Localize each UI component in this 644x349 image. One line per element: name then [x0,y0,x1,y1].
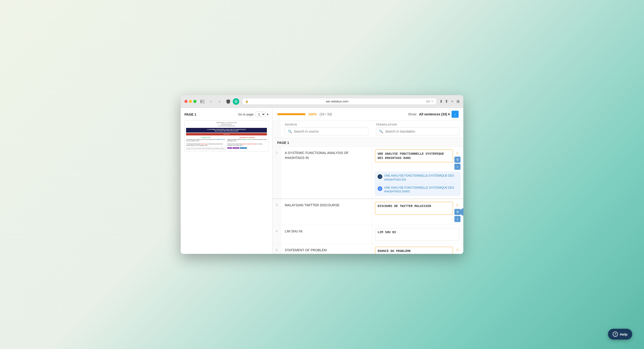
row-number-5: 5 [272,244,281,254]
source-search-wrap: 🔍 [285,128,368,136]
sidebar-toggle-button[interactable] [199,99,206,104]
suggestion-item-google[interactable]: G UNE ANALYSE FONCTIONNELLE SYSTEMIQUE D… [375,184,460,196]
translation-cell-inner-4: LIM SHU NI [375,228,460,241]
top-bar: 100% (33 / 33) Show: All sentences (33) … [272,108,463,121]
svg-rect-3 [202,103,205,103]
progress-percent: 100% [308,112,317,116]
translation-cell-inner-2: UNE ANALYSE FONCTIONNELLE SYSTEMIQUE DES… [375,150,460,170]
translation-input-3[interactable]: DISCOURS DE TWITTER MALAISIEN [375,202,453,214]
translation-cell-3: DISCOURS DE TWITTER MALAISIEN ⚠ ⧉ + [372,199,463,225]
suggestions-area-2: D UNE ANALYSE FONCTIONNELLE SYSTÉMIQUE D… [375,172,460,196]
goto-page: Go to page: 1 2 ▾ [238,112,268,117]
translation-actions-2: ⚠ ⧉ + [454,150,460,170]
svg-rect-1 [202,100,205,100]
copy-button-3[interactable]: ⧉ [454,209,460,215]
warning-button-2[interactable]: ⚠ [454,150,460,156]
row-number-3: 3 [272,199,281,225]
forward-button[interactable]: › [216,98,223,105]
filter-icon: ↓ [454,112,456,116]
page-section-header: PAGE 1 [272,138,463,147]
progress-count: (33 / 33) [320,112,332,116]
filter-button[interactable]: ↓ [452,111,458,118]
row-number-4: 4 [272,225,281,244]
table-row: 5 STATEMENT OF PROBLEM ÉNONCÉ DU PROBLÈM… [272,244,463,254]
translation-search-wrap: 🔍 [376,128,460,136]
show-value: All sentences (33) [419,112,447,116]
translation-cell-inner-5: ÉNONCÉ DU PROBLÈME ⚠ ⧉ + [375,247,460,254]
translation-cell-2: UNE ANALYSE FONCTIONNELLE SYSTEMIQUE DES… [372,147,463,198]
suggestion-text-deepl: UNE ANALYSE FONCTIONNELLE SYSTÉMIQUE DES… [384,174,458,182]
source-header-label: SOURCE [285,123,368,126]
table-row: 3 MALAYSIAN TWITTER DISCOURSE DISCOURS D… [272,199,463,225]
show-label: Show: [408,112,417,116]
new-tab-icon[interactable]: ＋ [450,99,454,104]
table-row: 4 LIM SHU NI LIM SHU NI [272,225,463,244]
thumb-footnote: Sometimes I don't quite understand mysel… [186,147,226,150]
translation-actions-3: ⚠ ⧉ + [454,202,460,222]
translation-input-2[interactable]: UNE ANALYSE FONCTIONNELLE SYSTEMIQUE DES… [375,150,453,162]
show-dropdown[interactable]: All sentences (33) ▾ [419,112,450,116]
minimize-button[interactable] [189,100,192,103]
back-button[interactable]: ‹ [208,98,214,105]
thumb-title: A SYSTEMIC FUNCTIONAL ANALYSIS OF #HASHT… [186,128,267,132]
help-icon: ? [613,332,618,337]
thumb-header: DEPARTMENT OF LANGUAGES ANDLINGUISTICS (… [186,122,267,127]
source-cell-5: STATEMENT OF PROBLEM [281,244,372,254]
help-button[interactable]: ? Help [608,329,632,340]
help-icon-text: ? [614,332,616,336]
svg-rect-0 [200,100,202,103]
source-cell-3: MALAYSIAN TWITTER DISCOURSE [281,199,372,225]
reload-icon[interactable]: ↻ [431,100,434,103]
browser-controls: ‹ › [199,98,223,105]
add-button-3[interactable]: + [454,216,460,222]
progress-section: 100% (33 / 33) [277,112,332,116]
right-panel: 100% (33 / 33) Show: All sentences (33) … [272,108,463,254]
grid-icon[interactable]: ⊞ [456,99,460,104]
url-text: we.redokun.com [250,100,424,103]
page-select[interactable]: 1 2 [256,112,266,117]
page-section-label: PAGE 1 [277,141,289,144]
thumb-hashtags: #MeToo #JustKidding #Humblebrag [227,147,267,149]
grammarly-icon: G [233,98,239,105]
translation-search-input[interactable] [385,130,456,133]
table-row: 2 A SYSTEMIC FUNCTIONAL ANALYSIS OF #HAS… [272,147,463,199]
translation-cell-4: LIM SHU NI [372,225,463,244]
thumb-col-right: STATEMENT OF PROBLEM Hashtags should be … [227,137,267,150]
source-cell-4: LIM SHU NI [281,225,372,244]
page-nav: PAGE 1 Go to page: 1 2 ▾ [184,112,268,117]
translation-actions-5: ⚠ ⧉ + [454,247,460,254]
translation-cell-inner-3: DISCOURS DE TWITTER MALAISIEN ⚠ ⧉ + [375,202,460,222]
page-label: PAGE 1 [184,112,196,116]
translation-header-label: TRANSLATION [376,123,460,126]
translation-input-5[interactable]: ÉNONCÉ DU PROBLÈME [375,247,453,254]
number-col-header [272,121,281,138]
source-cell-2: A SYSTEMIC FUNCTIONAL ANALYSIS OF #HASHT… [281,147,372,198]
maximize-button[interactable] [194,100,196,103]
left-panel: PAGE 1 Go to page: 1 2 ▾ DEPARTMENT OF L… [181,108,272,254]
thumb-text-left: ☐ #Hashtags were introduced as a tool fo… [186,139,226,146]
copy-button-2[interactable]: ⧉ [454,156,460,163]
suggestion-item-deepl[interactable]: D UNE ANALYSE FONCTIONNELLE SYSTÉMIQUE D… [375,172,460,184]
share-icon[interactable]: ⬆ [445,99,448,104]
translation-input-4[interactable]: LIM SHU NI [375,228,459,241]
thumb-col-left: INTRODUCTION ☐ #Hashtags were introduced… [186,137,226,150]
warning-button-5[interactable]: ⚠ [454,247,460,253]
google-icon: G [378,186,382,191]
intro-title: INTRODUCTION [186,137,226,138]
browser-titlebar: ‹ › G 🔒 we.redokun.com ⌨ ↻ ⬇ ⬆ ＋ ⊞ [181,95,463,108]
deepl-icon: D [378,174,382,179]
warning-button-3[interactable]: ⚠ [454,202,460,208]
content-area: PAGE 1 2 A SYSTEMIC FUNCTIONAL ANALYSIS … [272,138,463,254]
thumb-body: INTRODUCTION ☐ #Hashtags were introduced… [186,137,267,150]
download-icon[interactable]: ⬇ [440,99,442,104]
source-search-input[interactable] [294,130,365,133]
show-section: Show: All sentences (33) ▾ ↓ [408,111,458,118]
document-thumbnail: DEPARTMENT OF LANGUAGES ANDLINGUISTICS (… [184,120,268,152]
address-bar[interactable]: 🔒 we.redokun.com ⌨ ↻ [242,98,437,105]
svg-rect-2 [202,101,205,102]
browser-actions: ⬇ ⬆ ＋ ⊞ [440,99,460,104]
close-button[interactable] [184,100,188,103]
chevron-down-icon: ▾ [448,112,450,116]
goto-label: Go to page: [238,112,254,116]
add-button-2[interactable]: + [454,164,460,170]
